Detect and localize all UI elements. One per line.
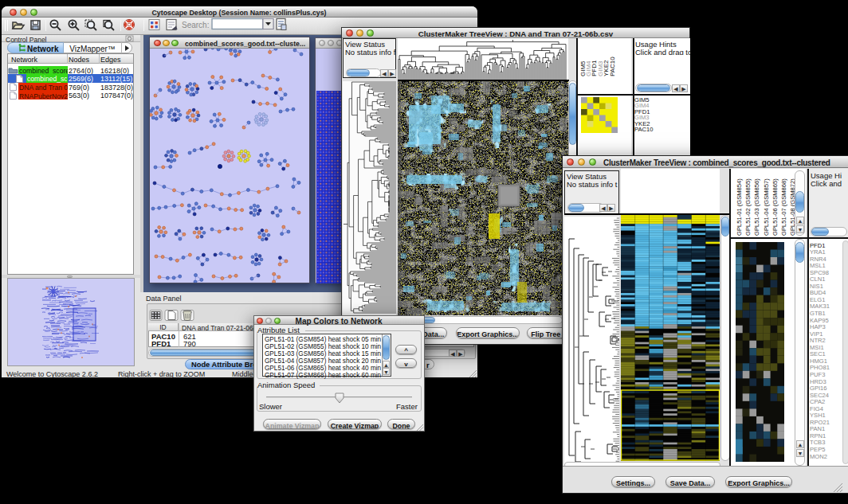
svg-text:PAC10: PAC10 [609,57,616,76]
svg-text:GPL51-07 (GSM868): GPL51-07 (GSM868) [780,178,787,236]
svg-text:Search:: Search: [182,21,209,29]
svg-text:GPL51-01 (GSM854): GPL51-01 (GSM854) [736,178,743,236]
svg-text:GPL51-04 (GSM857): GPL51-04 (GSM857) [763,178,770,236]
svg-text:GPL51-03 (GSM856): GPL51-03 (GSM856) [753,178,760,236]
svg-text:GPL51-02 (GSM855): GPL51-02 (GSM855) [744,178,752,236]
svg-text:GPL51-06 (GSM865): GPL51-06 (GSM865) [771,178,779,236]
